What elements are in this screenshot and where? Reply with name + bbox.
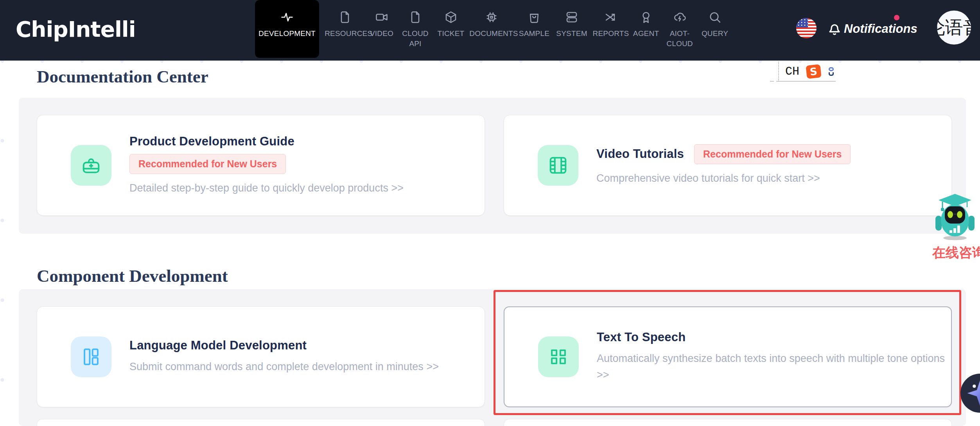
cloud-lightning-icon (673, 10, 687, 24)
nav-item-documents[interactable]: DOCUMENTS (468, 0, 515, 58)
notifications-label[interactable]: Notifications (844, 22, 917, 36)
nav-label: TICKET (438, 29, 465, 39)
award-badge-icon (639, 10, 653, 24)
card-title: Language Model Development (129, 338, 439, 353)
card-description[interactable]: Automatically synthesize batch texts int… (597, 351, 951, 383)
nav-label: REPORTS (593, 29, 629, 39)
server-icon (565, 10, 579, 24)
shopping-bag-icon (527, 10, 541, 24)
nav-label: AGENT (633, 29, 659, 39)
nav-item-ticket[interactable]: TICKET (435, 0, 467, 58)
nav-item-resources[interactable]: RESOURCES (324, 0, 366, 58)
nav-label: QUERY (702, 29, 728, 39)
page: ChipIntelli DEVELOPMENT RESOURCES VIDEO … (0, 0, 980, 426)
grid-squares-icon (538, 337, 579, 377)
nav-label: SYSTEM (556, 29, 587, 39)
nav-item-video[interactable]: VIDEO (368, 0, 396, 58)
chipintelli-logo: ChipIntelli (16, 0, 136, 61)
file-icon (338, 10, 352, 24)
card-title: Product Development Guide (129, 134, 404, 149)
search-icon (708, 10, 722, 24)
nav-item-cloud-api[interactable]: CLOUD API (397, 0, 433, 58)
nav-item-query[interactable]: QUERY (699, 0, 731, 58)
notifications-bell-icon[interactable] (826, 20, 843, 38)
video-camera-icon (375, 10, 389, 24)
online-consult-widget[interactable]: 在线咨询 (932, 192, 980, 262)
film-strip-icon (538, 145, 578, 186)
card-description[interactable]: Comprehensive video tutorials for quick … (596, 170, 851, 187)
nav-item-system[interactable]: SYSTEM (554, 0, 590, 58)
card-title: Text To Speech (597, 330, 951, 344)
nav-item-reports[interactable]: REPORTS (591, 0, 630, 58)
next-row-card-partial[interactable] (37, 419, 485, 426)
activity-icon (280, 10, 294, 24)
card-description[interactable]: Detailed step-by-step guide to quickly d… (129, 180, 404, 197)
nav-label: AIOT-CLOUD (662, 29, 697, 48)
layout-blocks-icon (71, 337, 111, 377)
nav-item-sample[interactable]: SAMPLE (516, 0, 552, 58)
translator-person-icon (829, 67, 834, 76)
language-code: CH (785, 65, 799, 78)
nav-item-agent[interactable]: AGENT (632, 0, 660, 58)
component-development-heading: Component Development (37, 266, 228, 286)
nav-label: VIDEO (370, 29, 393, 39)
recommended-badge: Recommended for New Users (129, 154, 286, 174)
translator-widget[interactable]: CH S (778, 62, 842, 81)
nav-label: DOCUMENTS (469, 29, 513, 39)
recommended-badge: Recommended for New Users (694, 144, 851, 164)
sparkle-icon (965, 378, 980, 408)
cpu-chip-icon (485, 10, 499, 24)
card-title: Video Tutorials (596, 147, 684, 161)
briefcase-icon (71, 145, 111, 186)
nav-label: CLOUD API (398, 29, 433, 48)
translator-underline (776, 81, 836, 82)
user-avatar[interactable]: 伦语音 (937, 11, 971, 45)
nav-label: SAMPLE (519, 29, 549, 39)
language-flag-us[interactable] (796, 18, 817, 38)
top-navigation-bar: ChipIntelli DEVELOPMENT RESOURCES VIDEO … (0, 0, 980, 61)
nav-item-development[interactable]: DEVELOPMENT (255, 0, 319, 58)
card-text-to-speech[interactable]: Text To Speech Automatically synthesize … (504, 306, 952, 407)
nav-label: DEVELOPMENT (258, 29, 316, 39)
nav-item-aiot-cloud[interactable]: AIOT-CLOUD (662, 0, 698, 58)
card-product-development-guide[interactable]: Product Development Guide Recommended fo… (37, 115, 485, 216)
package-box-icon (444, 10, 458, 24)
card-language-model-development[interactable]: Language Model Development Submit comman… (37, 306, 485, 407)
next-row-card-partial[interactable] (504, 419, 952, 426)
shuffle-arrows-icon (604, 10, 618, 24)
online-consult-label: 在线咨询 (932, 244, 980, 262)
card-video-tutorials[interactable]: Video Tutorials Recommended for New User… (504, 115, 952, 216)
nav-label: RESOURCES (325, 29, 365, 39)
flag-canton (796, 18, 808, 27)
file-icon (408, 10, 422, 24)
documentation-center-heading: Documentation Center (37, 66, 208, 87)
robot-mascot-icon (935, 192, 975, 242)
main-nav: DEVELOPMENT RESOURCES VIDEO CLOUD API TI… (255, 0, 732, 61)
card-description[interactable]: Submit command words and complete develo… (129, 359, 439, 375)
notification-badge-dot (894, 15, 899, 20)
translator-s-icon: S (806, 64, 821, 79)
documentation-center-section: Product Development Guide Recommended fo… (19, 98, 966, 234)
avatar-text: 伦语音 (937, 16, 971, 40)
